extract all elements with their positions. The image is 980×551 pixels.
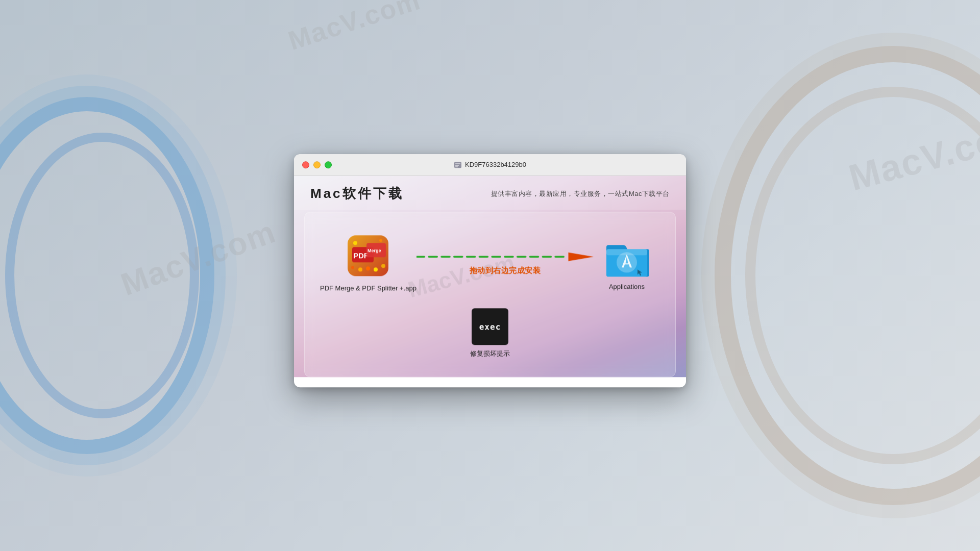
window-title-text: KD9F76332b4129b0 (465, 161, 526, 168)
titlebar-icon (454, 161, 462, 169)
exec-icon: exec (472, 308, 508, 345)
svg-point-11 (381, 264, 385, 268)
applications-label: Applications (609, 283, 645, 290)
maximize-button[interactable] (325, 161, 332, 168)
pdf-app-icon[interactable]: PDF Merge (345, 233, 391, 279)
exec-label: exec (479, 322, 501, 332)
svg-text:Merge: Merge (368, 248, 381, 253)
window-body: Mac软件下载 提供丰富内容，最新应用，专业服务，一站式Mac下载平台 MacV… (294, 176, 686, 377)
repair-label: 修复损坏提示 (470, 349, 510, 358)
svg-rect-1 (455, 163, 460, 164)
close-button[interactable] (302, 161, 309, 168)
svg-point-13 (358, 267, 362, 271)
window-header: Mac软件下载 提供丰富内容，最新应用，专业服务，一站式Mac下载平台 (294, 176, 686, 210)
site-subtitle: 提供丰富内容，最新应用，专业服务，一站式Mac下载平台 (491, 189, 670, 198)
arrow-area: 拖动到右边完成安装 (416, 251, 594, 276)
svg-rect-2 (455, 165, 459, 166)
applications-area[interactable]: Applications (594, 236, 660, 290)
drag-hint: 拖动到右边完成安装 (470, 266, 541, 276)
dashed-arrow-svg (416, 251, 594, 263)
repair-area: exec 修复损坏提示 (320, 308, 660, 358)
arc-decoration-left-inner (5, 133, 199, 418)
app-icon-label: PDF Merge & PDF Splitter +.app (320, 284, 416, 293)
titlebar: KD9F76332b4129b0 (294, 154, 686, 176)
macos-window: KD9F76332b4129b0 Mac软件下载 提供丰富内容，最新应用，专业服… (294, 154, 686, 387)
window-title-area: KD9F76332b4129b0 (454, 161, 526, 169)
svg-text:PDF: PDF (353, 251, 369, 260)
svg-marker-17 (568, 252, 594, 261)
app-icon-area: PDF Merge (320, 233, 416, 293)
content-area: MacV.com (304, 212, 676, 377)
minimize-button[interactable] (313, 161, 321, 168)
svg-point-12 (351, 266, 354, 269)
install-row: PDF Merge (320, 233, 660, 293)
applications-folder-icon (604, 236, 650, 278)
svg-point-10 (379, 239, 382, 242)
svg-point-15 (374, 267, 378, 271)
svg-point-14 (366, 266, 370, 270)
svg-rect-3 (455, 166, 458, 167)
svg-point-9 (353, 241, 357, 245)
site-title: Mac软件下载 (310, 185, 404, 203)
traffic-lights (302, 161, 332, 168)
pdf-icon-svg: PDF Merge (345, 233, 391, 279)
